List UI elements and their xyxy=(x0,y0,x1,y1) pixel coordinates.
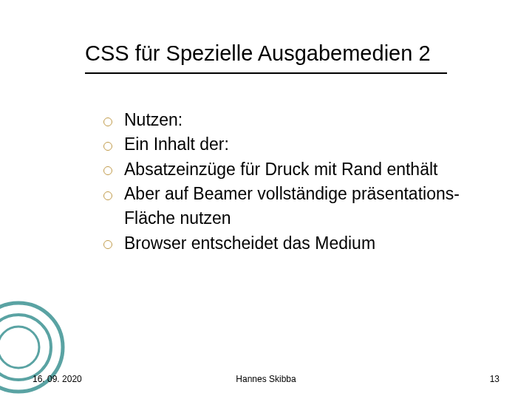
list-item: Absatzeinzüge für Druck mit Rand enthält xyxy=(103,157,488,182)
slide-footer: 16. 09. 2020 Hannes Skibba 13 xyxy=(0,369,532,384)
bullet-text: Ein Inhalt der: xyxy=(124,134,229,154)
bullet-text: Nutzen: xyxy=(124,110,183,129)
bullet-icon xyxy=(103,117,112,126)
slide-body: Nutzen: Ein Inhalt der: Absatzeinzüge fü… xyxy=(103,108,488,256)
title-underline xyxy=(85,72,447,74)
bullet-text: Browser entscheidet das Medium xyxy=(124,233,375,253)
bullet-icon xyxy=(103,191,112,200)
slide: CSS für Spezielle Ausgabemedien 2 Nutzen… xyxy=(0,0,532,399)
footer-date: 16. 09. 2020 xyxy=(33,374,82,384)
bullet-icon xyxy=(103,240,112,249)
bullet-icon xyxy=(103,142,112,151)
list-item: Ein Inhalt der: xyxy=(103,132,488,157)
list-item: Nutzen: xyxy=(103,108,488,132)
slide-title: CSS für Spezielle Ausgabemedien 2 xyxy=(85,41,431,66)
list-item: Browser entscheidet das Medium xyxy=(103,231,488,256)
footer-author: Hannes Skibba xyxy=(236,374,296,384)
svg-point-2 xyxy=(0,327,39,368)
bullet-text: Aber auf Beamer vollständige präsentatio… xyxy=(124,184,460,228)
bullet-icon xyxy=(103,166,112,175)
footer-page-number: 13 xyxy=(490,374,499,384)
bullet-text: Absatzeinzüge für Druck mit Rand enthält xyxy=(124,160,437,179)
list-item: Aber auf Beamer vollständige präsentatio… xyxy=(103,182,488,231)
